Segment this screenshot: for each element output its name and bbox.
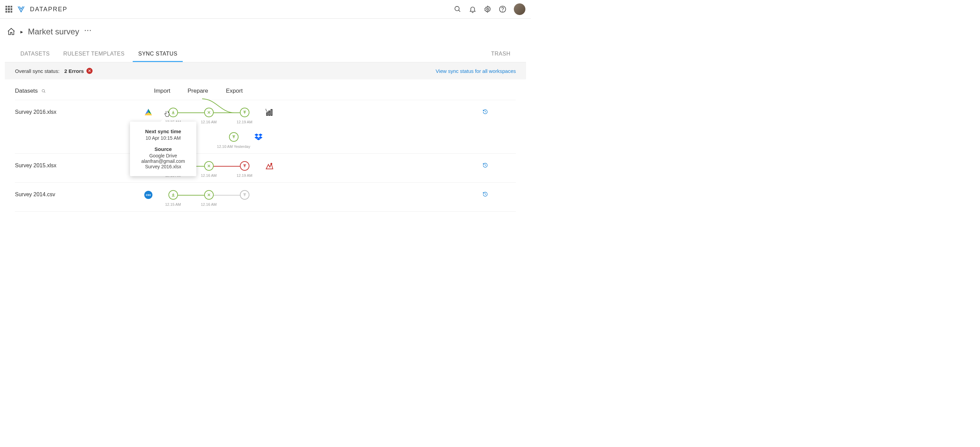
- tab-ruleset-templates[interactable]: RULESET TEMPLATES: [58, 47, 130, 62]
- export-node-error[interactable]: [240, 161, 250, 171]
- chart-destination-icon: [265, 161, 274, 170]
- svg-point-4: [503, 11, 503, 11]
- filter-search-icon[interactable]: [41, 89, 46, 94]
- history-icon[interactable]: [482, 161, 488, 168]
- bell-icon[interactable]: [469, 5, 476, 13]
- prepare-node[interactable]: [204, 190, 214, 200]
- export-node-pending[interactable]: [240, 190, 250, 200]
- tooltip-source-label: Source: [138, 146, 188, 152]
- svg-rect-7: [266, 113, 267, 115]
- svg-point-10: [271, 163, 272, 164]
- history-icon[interactable]: [482, 190, 488, 197]
- dataset-name: Survey 2014.csv: [15, 190, 144, 198]
- svg-rect-8: [269, 111, 270, 115]
- app-logo-icon[interactable]: [17, 5, 25, 13]
- tooltip-next-sync-value: 10 Apr 10:15 AM: [138, 135, 188, 141]
- dropbox-icon: [254, 133, 263, 141]
- error-badge-icon: ✕: [86, 68, 92, 74]
- header-right: [454, 3, 525, 15]
- svg-line-6: [44, 91, 45, 92]
- help-icon[interactable]: [499, 5, 506, 13]
- google-drive-icon: [144, 109, 153, 117]
- dataset-name: Survey 2016.xlsx: [15, 108, 144, 115]
- overall-status-bar: Overall sync status: 2 Errors ✕ View syn…: [5, 62, 526, 79]
- branch-export-time: 12.10 AM Yesterday: [217, 144, 250, 148]
- export-node-branch[interactable]: [229, 132, 239, 142]
- sync-table: Datasets Import Prepare Export Survey 20…: [5, 79, 526, 212]
- gear-icon[interactable]: [484, 5, 492, 13]
- column-header-prepare: Prepare: [180, 88, 216, 94]
- more-actions-icon[interactable]: ⋯: [84, 29, 92, 34]
- datasets-header-label: Datasets: [15, 88, 38, 94]
- prepare-time: 12.16 AM: [201, 120, 216, 124]
- csv-source-icon: csv: [144, 191, 153, 199]
- breadcrumb: ▶ Market survey ⋯: [0, 19, 531, 40]
- user-avatar[interactable]: [514, 3, 525, 15]
- svg-point-2: [487, 8, 488, 10]
- apps-grid-icon[interactable]: [5, 6, 12, 13]
- tooltip-source-account: alanfran@gmail.com: [138, 158, 188, 164]
- app-name: DATAPREP: [30, 6, 67, 13]
- history-icon[interactable]: [482, 108, 488, 115]
- import-time: 12.15 AM: [165, 203, 181, 206]
- table-header-row: Datasets Import Prepare Export: [15, 79, 516, 100]
- svg-rect-9: [271, 109, 272, 115]
- tab-sync-status[interactable]: SYNC STATUS: [133, 47, 183, 62]
- svg-line-1: [459, 10, 460, 12]
- sync-tooltip: Next sync time 10 Apr 10:15 AM Source Go…: [130, 121, 196, 176]
- tab-datasets[interactable]: DATASETS: [15, 47, 55, 62]
- tooltip-next-sync-label: Next sync time: [138, 128, 188, 134]
- pipeline: csv 12.15 AM 12.16 AM: [144, 190, 262, 206]
- prepare-time: 12.16 AM: [201, 173, 216, 177]
- cursor-pointer-icon: [164, 111, 170, 118]
- prepare-time: 12.16 AM: [201, 203, 216, 206]
- tooltip-source-service: Google Drive: [138, 153, 188, 158]
- breadcrumb-separator-icon: ▶: [21, 30, 23, 34]
- header-left: DATAPREP: [5, 5, 67, 13]
- home-icon[interactable]: [7, 27, 16, 36]
- overall-status-label: Overall sync status:: [15, 68, 60, 74]
- dataset-name: Survey 2015.xlsx: [15, 161, 144, 169]
- column-header-import: Import: [144, 88, 180, 94]
- svg-point-0: [455, 6, 460, 11]
- tabs-row: DATASETS RULESET TEMPLATES SYNC STATUS T…: [5, 47, 526, 62]
- column-header-datasets: Datasets: [15, 88, 144, 94]
- export-time: 12.19 AM: [237, 120, 252, 124]
- table-row: Survey 2014.csv csv 12.15 AM 12.16 AM: [15, 183, 516, 212]
- export-time: 12.19 AM: [237, 173, 252, 177]
- overall-status-value: 2 Errors: [64, 68, 84, 74]
- tooltip-source-file: Survey 2016.xlsx: [138, 164, 188, 169]
- tab-trash[interactable]: TRASH: [485, 47, 516, 62]
- import-node[interactable]: [169, 190, 178, 200]
- column-header-export: Export: [216, 88, 263, 94]
- export-node[interactable]: [240, 108, 250, 117]
- top-header: DATAPREP: [0, 0, 531, 19]
- view-all-workspaces-link[interactable]: View sync status for all workspaces: [436, 68, 516, 74]
- analytics-destination-icon: [265, 108, 274, 117]
- search-icon[interactable]: [454, 5, 461, 13]
- breadcrumb-title: Market survey: [28, 27, 79, 37]
- prepare-node[interactable]: [204, 161, 214, 171]
- table-row: Survey 2016.xlsx 12.15 AM 12.16 AM: [15, 100, 516, 154]
- prepare-node[interactable]: [204, 108, 214, 117]
- table-row: Survey 2015.xlsx 12.15 AM 12.16 AM: [15, 154, 516, 183]
